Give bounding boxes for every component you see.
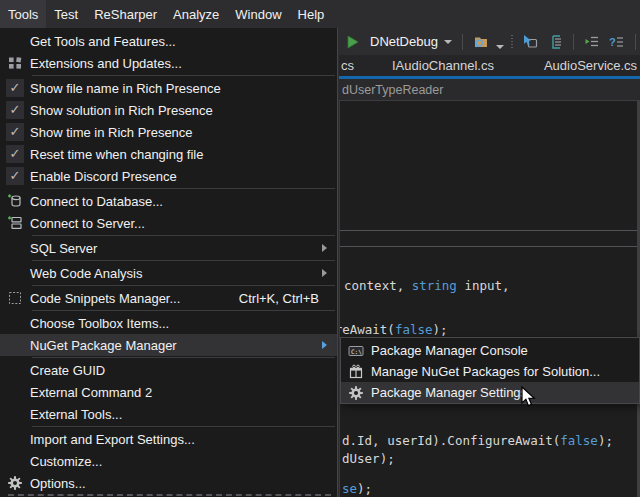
- menu-item-label: Code Snippets Manager...: [30, 291, 180, 306]
- menubar-item-window[interactable]: Window: [227, 0, 289, 28]
- format-indent-button[interactable]: [582, 31, 602, 53]
- menu-item-gutter: ✓: [0, 123, 30, 141]
- menu-item-connect-to-server[interactable]: Connect to Server...: [0, 212, 337, 234]
- checkmark-icon: ✓: [6, 79, 24, 97]
- menu-item-gutter: [341, 364, 371, 380]
- menu-separator: [32, 188, 335, 189]
- submenu-arrow-icon: [322, 269, 327, 277]
- menu-item-label: Get Tools and Features...: [30, 34, 176, 49]
- menu-item-label: Enable Discord Presence: [30, 169, 177, 184]
- menu-item-gutter: [341, 385, 371, 401]
- menubar-item-analyze[interactable]: Analyze: [165, 0, 227, 28]
- clone-code-button[interactable]: [545, 31, 565, 53]
- nuget-package-manager-submenu: C:\Package Manager ConsoleManage NuGet P…: [340, 337, 640, 404]
- breadcrumb[interactable]: dUserTypeReader: [339, 79, 640, 101]
- menu-item-label: Create GUID: [30, 363, 105, 378]
- menu-item-gutter: [0, 55, 30, 71]
- menu-item-show-file-name-in-rich-presence[interactable]: ✓Show file name in Rich Presence: [0, 77, 337, 99]
- code-line: ConfigureAwait(false);: [339, 322, 448, 337]
- menu-item-label: SQL Server: [30, 241, 97, 256]
- submenu-arrow-icon: [322, 244, 327, 252]
- menu-item-gutter: [0, 475, 30, 491]
- menu-item-sql-server[interactable]: SQL Server: [0, 237, 337, 259]
- menu-item-label: Manage NuGet Packages for Solution...: [371, 364, 600, 379]
- menu-item-create-guid[interactable]: Create GUID: [0, 359, 337, 381]
- mouse-cursor: [521, 386, 539, 410]
- menu-item-label: Options...: [30, 476, 86, 491]
- menubar-item-help[interactable]: Help: [290, 0, 333, 28]
- run-button[interactable]: [343, 31, 363, 53]
- menu-item-package-manager-console[interactable]: C:\Package Manager Console: [341, 340, 639, 361]
- menu-item-gutter: ✓: [0, 145, 30, 163]
- menu-item-shortcut: Ctrl+K, Ctrl+B: [239, 291, 329, 306]
- menu-item-label: Connect to Database...: [30, 194, 163, 209]
- code-line: se);: [342, 481, 372, 496]
- menu-item-nuget-package-manager[interactable]: NuGet Package Manager: [0, 334, 337, 356]
- toolbar-separator: [462, 34, 463, 50]
- menu-item-web-code-analysis[interactable]: Web Code Analysis: [0, 262, 337, 284]
- chevron-down-icon: [444, 40, 452, 44]
- menu-separator: [32, 260, 335, 261]
- find-in-solution-explorer-button[interactable]: [471, 31, 491, 53]
- menu-item-label: Choose Toolbox Items...: [30, 316, 169, 331]
- menu-item-label: Reset time when changing file: [30, 147, 203, 162]
- menu-item-choose-toolbox-items[interactable]: Choose Toolbox Items...: [0, 312, 337, 334]
- code-editor[interactable]: context, string input,ConfigureAwait(fal…: [339, 101, 640, 497]
- menu-item-package-manager-settings[interactable]: Package Manager Settings: [341, 382, 639, 403]
- menu-item-show-solution-in-rich-presence[interactable]: ✓Show solution in Rich Presence: [0, 99, 337, 121]
- code-line: d.Id, userId).ConfigureAwait(false);: [342, 433, 613, 448]
- navigate-to-button[interactable]: [520, 31, 540, 53]
- tools-menu: Get Tools and Features...Extensions and …: [0, 28, 338, 497]
- chevron-down-icon[interactable]: [496, 45, 504, 49]
- menu-separator: [32, 310, 335, 311]
- menu-clipped-edge: [8, 494, 331, 496]
- run-config-selector[interactable]: DNetDebug: [368, 31, 454, 53]
- checkmark-icon: ✓: [6, 101, 24, 119]
- menu-item-code-snippets-manager[interactable]: Code Snippets Manager...Ctrl+K, Ctrl+B: [0, 287, 337, 309]
- menu-item-import-and-export-settings[interactable]: Import and Export Settings...: [0, 428, 337, 450]
- menu-item-gutter: C:\: [341, 343, 371, 359]
- menu-item-external-tools[interactable]: External Tools...: [0, 403, 337, 425]
- checkmark-icon: ✓: [6, 167, 24, 185]
- svg-text:C:\: C:\: [351, 347, 362, 354]
- menubar-item-tools[interactable]: Tools: [0, 0, 46, 28]
- menu-item-extensions-and-updates[interactable]: Extensions and Updates...: [0, 52, 337, 74]
- tab-iaudiochannel-cs[interactable]: IAudioChannel.cs: [382, 56, 504, 75]
- server-icon: [7, 215, 23, 231]
- inline-help-button[interactable]: ?: [607, 31, 627, 53]
- menu-item-connect-to-database[interactable]: Connect to Database...: [0, 190, 337, 212]
- toolbar-drag-handle[interactable]: [511, 35, 513, 49]
- menu-item-label: Extensions and Updates...: [30, 56, 182, 71]
- menu-item-label: External Command 2: [30, 385, 152, 400]
- svg-text:?: ?: [609, 36, 616, 48]
- menubar-item-resharper[interactable]: ReSharper: [86, 0, 165, 28]
- menu-item-label: Package Manager Settings: [371, 385, 527, 400]
- menubar-item-test[interactable]: Test: [46, 0, 86, 28]
- menu-item-show-time-in-rich-presence[interactable]: ✓Show time in Rich Presence: [0, 121, 337, 143]
- menu-item-label: Package Manager Console: [371, 343, 528, 358]
- menu-item-reset-time-when-changing-file[interactable]: ✓Reset time when changing file: [0, 143, 337, 165]
- menu-item-label: NuGet Package Manager: [30, 338, 177, 353]
- menu-separator: [32, 285, 335, 286]
- editor-splitter-line: [340, 246, 640, 247]
- menu-item-gutter: ✓: [0, 167, 30, 185]
- menu-item-label: Import and Export Settings...: [30, 432, 195, 447]
- run-config-label: DNetDebug: [370, 34, 438, 49]
- menu-item-gutter: [0, 193, 30, 209]
- menu-item-enable-discord-presence[interactable]: ✓Enable Discord Presence: [0, 165, 337, 187]
- menu-item-label: Connect to Server...: [30, 216, 145, 231]
- menu-item-options[interactable]: Options...: [0, 472, 337, 494]
- gear-icon: [348, 385, 364, 401]
- menu-item-gutter: ✓: [0, 79, 30, 97]
- menu-item-customize[interactable]: Customize...: [0, 450, 337, 472]
- menu-item-external-command-2[interactable]: External Command 2: [0, 381, 337, 403]
- submenu-arrow-icon: [322, 341, 327, 349]
- gear-icon: [7, 475, 23, 491]
- console-icon: C:\: [348, 343, 364, 359]
- tab-cs[interactable]: cs: [339, 56, 360, 75]
- tab-audioservice-cs[interactable]: AudioService.cs: [534, 56, 640, 75]
- menu-item-manage-nuget-packages-for-solution[interactable]: Manage NuGet Packages for Solution...: [341, 361, 639, 382]
- visual-studio-window: ToolsTestReSharperAnalyzeWindowHelp DNet…: [0, 0, 640, 497]
- menu-item-get-tools-and-features[interactable]: Get Tools and Features...: [0, 30, 337, 52]
- menu-item-label: Show time in Rich Presence: [30, 125, 193, 140]
